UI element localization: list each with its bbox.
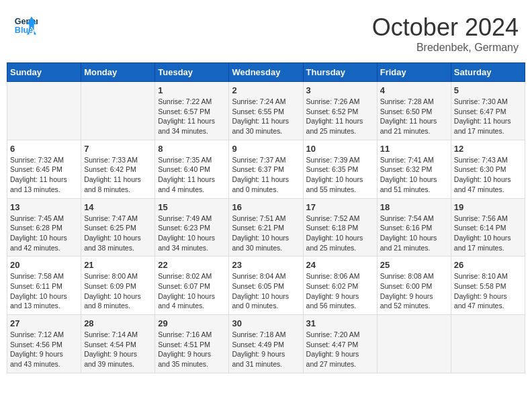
day-number: 1: [158, 85, 226, 95]
day-number: 14: [84, 202, 152, 212]
logo-icon: General Blue: [13, 13, 38, 38]
day-number: 4: [380, 85, 448, 95]
day-info: Sunrise: 7:37 AM Sunset: 6:37 PM Dayligh…: [232, 155, 300, 195]
header: General Blue October 2024 Bredenbek, Ger…: [7, 7, 525, 57]
day-cell: 31Sunrise: 7:20 AM Sunset: 4:47 PM Dayli…: [303, 315, 377, 373]
title-block: October 2024 Bredenbek, Germany: [372, 13, 519, 54]
day-info: Sunrise: 7:49 AM Sunset: 6:23 PM Dayligh…: [158, 214, 226, 253]
day-cell: 8Sunrise: 7:35 AM Sunset: 6:40 PM Daylig…: [155, 140, 229, 198]
day-cell: 30Sunrise: 7:18 AM Sunset: 4:49 PM Dayli…: [229, 315, 303, 373]
day-cell: [451, 315, 525, 373]
day-info: Sunrise: 7:28 AM Sunset: 6:50 PM Dayligh…: [380, 97, 448, 136]
header-day-sunday: Sunday: [7, 63, 81, 82]
day-number: 21: [84, 260, 152, 270]
day-info: Sunrise: 7:54 AM Sunset: 6:16 PM Dayligh…: [380, 214, 448, 253]
week-row-4: 20Sunrise: 7:58 AM Sunset: 6:11 PM Dayli…: [7, 257, 525, 315]
day-cell: 15Sunrise: 7:49 AM Sunset: 6:23 PM Dayli…: [155, 198, 229, 257]
day-number: 22: [158, 260, 226, 270]
calendar-header: SundayMondayTuesdayWednesdayThursdayFrid…: [7, 63, 525, 82]
day-cell: 23Sunrise: 8:04 AM Sunset: 6:05 PM Dayli…: [229, 257, 303, 315]
day-cell: 6Sunrise: 7:32 AM Sunset: 6:45 PM Daylig…: [7, 140, 81, 198]
day-number: 26: [454, 260, 522, 270]
calendar-table: SundayMondayTuesdayWednesdayThursdayFrid…: [7, 62, 525, 373]
header-day-tuesday: Tuesday: [155, 63, 229, 82]
day-info: Sunrise: 7:58 AM Sunset: 6:11 PM Dayligh…: [10, 271, 78, 311]
day-cell: 12Sunrise: 7:43 AM Sunset: 6:30 PM Dayli…: [451, 140, 525, 198]
day-cell: 9Sunrise: 7:37 AM Sunset: 6:37 PM Daylig…: [229, 140, 303, 198]
day-info: Sunrise: 7:18 AM Sunset: 4:49 PM Dayligh…: [232, 330, 300, 369]
week-row-5: 27Sunrise: 7:12 AM Sunset: 4:56 PM Dayli…: [7, 315, 525, 373]
day-number: 23: [232, 260, 300, 270]
day-cell: 20Sunrise: 7:58 AM Sunset: 6:11 PM Dayli…: [7, 257, 81, 315]
day-cell: 17Sunrise: 7:52 AM Sunset: 6:18 PM Dayli…: [303, 198, 377, 257]
day-number: 27: [10, 318, 78, 328]
week-row-2: 6Sunrise: 7:32 AM Sunset: 6:45 PM Daylig…: [7, 140, 525, 198]
day-number: 18: [380, 202, 448, 212]
day-number: 11: [380, 144, 448, 154]
day-cell: 2Sunrise: 7:24 AM Sunset: 6:55 PM Daylig…: [229, 82, 303, 140]
location: Bredenbek, Germany: [372, 42, 519, 54]
day-info: Sunrise: 8:10 AM Sunset: 5:58 PM Dayligh…: [454, 271, 522, 311]
day-number: 13: [10, 202, 78, 212]
day-number: 29: [158, 318, 226, 328]
day-info: Sunrise: 7:43 AM Sunset: 6:30 PM Dayligh…: [454, 155, 522, 195]
day-cell: [377, 315, 451, 373]
day-cell: 18Sunrise: 7:54 AM Sunset: 6:16 PM Dayli…: [377, 198, 451, 257]
day-info: Sunrise: 8:08 AM Sunset: 6:00 PM Dayligh…: [380, 271, 448, 311]
day-cell: 26Sunrise: 8:10 AM Sunset: 5:58 PM Dayli…: [451, 257, 525, 315]
day-info: Sunrise: 7:12 AM Sunset: 4:56 PM Dayligh…: [10, 330, 78, 369]
header-day-thursday: Thursday: [303, 63, 377, 82]
day-number: 28: [84, 318, 152, 328]
header-day-saturday: Saturday: [451, 63, 525, 82]
day-info: Sunrise: 7:41 AM Sunset: 6:32 PM Dayligh…: [380, 155, 448, 195]
day-info: Sunrise: 7:20 AM Sunset: 4:47 PM Dayligh…: [306, 330, 374, 369]
day-cell: 4Sunrise: 7:28 AM Sunset: 6:50 PM Daylig…: [377, 82, 451, 140]
day-cell: 11Sunrise: 7:41 AM Sunset: 6:32 PM Dayli…: [377, 140, 451, 198]
day-cell: 27Sunrise: 7:12 AM Sunset: 4:56 PM Dayli…: [7, 315, 81, 373]
day-number: 9: [232, 144, 300, 154]
day-cell: 3Sunrise: 7:26 AM Sunset: 6:52 PM Daylig…: [303, 82, 377, 140]
day-info: Sunrise: 7:52 AM Sunset: 6:18 PM Dayligh…: [306, 214, 374, 253]
day-cell: 22Sunrise: 8:02 AM Sunset: 6:07 PM Dayli…: [155, 257, 229, 315]
day-info: Sunrise: 7:35 AM Sunset: 6:40 PM Dayligh…: [158, 155, 226, 195]
day-info: Sunrise: 7:56 AM Sunset: 6:14 PM Dayligh…: [454, 214, 522, 253]
day-number: 24: [306, 260, 374, 270]
day-number: 8: [158, 144, 226, 154]
day-number: 5: [454, 85, 522, 95]
day-number: 30: [232, 318, 300, 328]
day-cell: 10Sunrise: 7:39 AM Sunset: 6:35 PM Dayli…: [303, 140, 377, 198]
day-number: 15: [158, 202, 226, 212]
day-cell: 7Sunrise: 7:33 AM Sunset: 6:42 PM Daylig…: [81, 140, 155, 198]
week-row-1: 1Sunrise: 7:22 AM Sunset: 6:57 PM Daylig…: [7, 82, 525, 140]
day-number: 31: [306, 318, 374, 328]
day-cell: [81, 82, 155, 140]
day-number: 7: [84, 144, 152, 154]
header-row: SundayMondayTuesdayWednesdayThursdayFrid…: [7, 63, 525, 82]
day-info: Sunrise: 7:45 AM Sunset: 6:28 PM Dayligh…: [10, 214, 78, 253]
day-cell: 29Sunrise: 7:16 AM Sunset: 4:51 PM Dayli…: [155, 315, 229, 373]
header-day-monday: Monday: [81, 63, 155, 82]
logo: General Blue: [13, 13, 38, 38]
month-title: October 2024: [372, 13, 519, 42]
day-cell: 16Sunrise: 7:51 AM Sunset: 6:21 PM Dayli…: [229, 198, 303, 257]
day-number: 17: [306, 202, 374, 212]
day-cell: 5Sunrise: 7:30 AM Sunset: 6:47 PM Daylig…: [451, 82, 525, 140]
day-info: Sunrise: 7:33 AM Sunset: 6:42 PM Dayligh…: [84, 155, 152, 195]
day-number: 19: [454, 202, 522, 212]
day-info: Sunrise: 8:06 AM Sunset: 6:02 PM Dayligh…: [306, 271, 374, 311]
day-info: Sunrise: 7:26 AM Sunset: 6:52 PM Dayligh…: [306, 97, 374, 136]
day-cell: 14Sunrise: 7:47 AM Sunset: 6:25 PM Dayli…: [81, 198, 155, 257]
day-number: 20: [10, 260, 78, 270]
day-info: Sunrise: 8:04 AM Sunset: 6:05 PM Dayligh…: [232, 271, 300, 311]
day-info: Sunrise: 7:51 AM Sunset: 6:21 PM Dayligh…: [232, 214, 300, 253]
calendar-body: 1Sunrise: 7:22 AM Sunset: 6:57 PM Daylig…: [7, 82, 525, 373]
day-info: Sunrise: 7:30 AM Sunset: 6:47 PM Dayligh…: [454, 97, 522, 136]
day-info: Sunrise: 7:32 AM Sunset: 6:45 PM Dayligh…: [10, 155, 78, 195]
day-cell: 21Sunrise: 8:00 AM Sunset: 6:09 PM Dayli…: [81, 257, 155, 315]
week-row-3: 13Sunrise: 7:45 AM Sunset: 6:28 PM Dayli…: [7, 198, 525, 257]
day-cell: 13Sunrise: 7:45 AM Sunset: 6:28 PM Dayli…: [7, 198, 81, 257]
day-number: 2: [232, 85, 300, 95]
day-number: 25: [380, 260, 448, 270]
day-info: Sunrise: 8:00 AM Sunset: 6:09 PM Dayligh…: [84, 271, 152, 311]
day-number: 6: [10, 144, 78, 154]
